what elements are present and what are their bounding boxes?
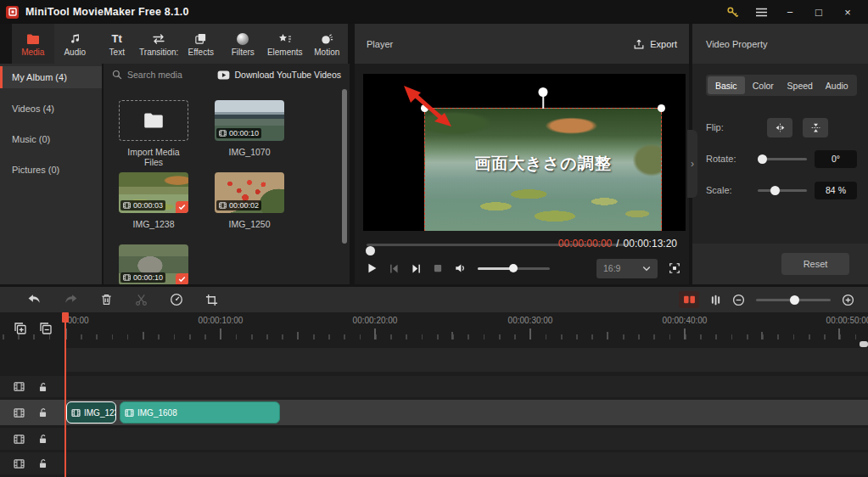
- track-lock-icon[interactable]: [38, 407, 48, 418]
- media-thumbnail[interactable]: 00:00:10: [215, 100, 284, 141]
- fullscreen-button[interactable]: [669, 262, 680, 274]
- aspect-ratio-dropdown[interactable]: 16:9: [596, 259, 658, 278]
- tab-audio[interactable]: Audio: [819, 76, 856, 94]
- maximize-button[interactable]: □: [807, 3, 831, 21]
- zoom-handle[interactable]: [790, 295, 799, 305]
- scale-handle-knob[interactable]: [770, 186, 780, 195]
- download-youtube-button[interactable]: Download YouTube Videos: [217, 70, 341, 80]
- sidebar-item-videos[interactable]: Videos (4): [0, 98, 102, 119]
- track-lock-icon[interactable]: [38, 382, 48, 392]
- timeline-clip[interactable]: IMG_1608: [120, 401, 280, 424]
- sidebar-item-music[interactable]: Music (0): [0, 128, 102, 149]
- stop-button[interactable]: [433, 263, 443, 273]
- tab-elements[interactable]: Elements: [264, 24, 306, 64]
- zoom-out-button[interactable]: [732, 294, 745, 306]
- import-box[interactable]: [119, 100, 188, 141]
- track-row[interactable]: [0, 452, 868, 474]
- undo-button[interactable]: [27, 294, 42, 306]
- flip-horizontal-button[interactable]: [767, 118, 792, 137]
- sidebar-item-pictures[interactable]: Pictures (0): [0, 159, 102, 180]
- export-button[interactable]: Export: [633, 38, 677, 50]
- music-note-icon: [69, 31, 81, 45]
- ruler-label: 00:00:30:00: [508, 316, 553, 325]
- tab-motion[interactable]: Motion: [306, 24, 349, 64]
- tab-filters[interactable]: Filters: [222, 24, 265, 64]
- tab-media[interactable]: Media: [12, 24, 54, 64]
- playhead-cap[interactable]: [62, 312, 69, 323]
- preview-clip[interactable]: 画面大きさの調整: [424, 108, 662, 231]
- selected-check-icon: [176, 273, 188, 284]
- sidebar-item-my-album[interactable]: My Album (4): [0, 66, 102, 88]
- redo-button[interactable]: [64, 294, 78, 306]
- tab-audio[interactable]: Audio: [54, 24, 97, 64]
- export-label: Export: [650, 39, 677, 49]
- flip-vertical-button[interactable]: [803, 118, 828, 137]
- reset-button[interactable]: Reset: [781, 253, 849, 275]
- track-row[interactable]: [0, 428, 868, 450]
- track-row-video[interactable]: IMG_123 IMG_1608: [0, 400, 868, 425]
- media-folder-icon: [26, 31, 40, 45]
- tab-color[interactable]: Color: [745, 76, 782, 94]
- resize-handle-top-right[interactable]: [658, 104, 665, 112]
- media-thumbnail[interactable]: 00:00:03: [119, 172, 188, 213]
- tab-basic[interactable]: Basic: [708, 76, 745, 94]
- track-height-button[interactable]: [710, 294, 721, 306]
- chevron-right-icon: ›: [691, 158, 694, 170]
- download-label: Download YouTube Videos: [234, 70, 341, 80]
- previous-frame-button[interactable]: [389, 263, 400, 274]
- crop-button[interactable]: [205, 294, 218, 306]
- scale-value[interactable]: 84 %: [815, 182, 857, 199]
- media-thumbnail[interactable]: 00:00:02: [215, 172, 284, 213]
- timeline-toolbar: [0, 287, 868, 312]
- track-lock-icon[interactable]: [38, 458, 48, 469]
- close-button[interactable]: ×: [836, 3, 860, 21]
- play-button[interactable]: [367, 262, 378, 274]
- delete-button[interactable]: [100, 293, 113, 306]
- horizontal-scrollbar[interactable]: [860, 341, 868, 347]
- rotate-handle-knob[interactable]: [758, 154, 767, 164]
- ruler-ticks[interactable]: [0, 328, 868, 341]
- filmstrip-icon: [125, 409, 134, 417]
- media-item[interactable]: 00:00:03 IMG_1238: [119, 172, 188, 229]
- tab-text[interactable]: Tt Text: [96, 24, 138, 64]
- license-key-icon[interactable]: [720, 3, 744, 21]
- track-row[interactable]: [0, 376, 868, 397]
- volume-slider[interactable]: [478, 263, 550, 273]
- menu-icon[interactable]: [749, 3, 773, 21]
- progress-handle[interactable]: [366, 246, 375, 255]
- volume-handle[interactable]: [509, 264, 518, 272]
- app-window: MiniTool MovieMaker Free 8.1.0 − □ × Med…: [0, 0, 868, 477]
- media-item[interactable]: 00:00:10 IMG_1070: [215, 100, 284, 157]
- media-thumbnail[interactable]: 00:00:10: [119, 244, 188, 284]
- import-media-tile[interactable]: Import Media Files: [119, 100, 188, 167]
- volume-icon[interactable]: [454, 262, 467, 274]
- media-item[interactable]: 00:00:10: [119, 244, 188, 284]
- filters-ball-icon: [237, 31, 249, 45]
- preview-stage[interactable]: 画面大きさの調整: [363, 74, 686, 231]
- tab-label: Audio: [64, 48, 86, 57]
- rotate-slider[interactable]: [758, 154, 807, 164]
- next-frame-button[interactable]: [411, 263, 422, 274]
- track-lock-icon[interactable]: [38, 434, 48, 444]
- playhead[interactable]: [64, 312, 66, 477]
- speed-button[interactable]: [170, 293, 183, 306]
- fit-timeline-toggle[interactable]: [679, 291, 699, 308]
- zoom-in-button[interactable]: [842, 294, 854, 306]
- tab-transition[interactable]: Transition:: [138, 24, 181, 64]
- rotate-value[interactable]: 0°: [815, 150, 857, 168]
- minimize-button[interactable]: −: [778, 3, 802, 21]
- tab-speed[interactable]: Speed: [781, 76, 819, 94]
- property-title: Video Property: [706, 39, 768, 49]
- timeline-clip-selected[interactable]: IMG_123: [66, 401, 116, 424]
- panel-collapse-handle[interactable]: ›: [687, 130, 697, 198]
- media-item[interactable]: 00:00:02 IMG_1250: [215, 172, 284, 229]
- tab-effects[interactable]: Effects: [180, 24, 222, 64]
- rotate-handle[interactable]: [539, 87, 548, 97]
- time-separator: /: [616, 238, 619, 250]
- media-scrollbar[interactable]: [342, 89, 347, 244]
- split-scissors-button[interactable]: [135, 294, 148, 306]
- timeline-zoom-slider[interactable]: [756, 295, 831, 305]
- scale-slider[interactable]: [758, 185, 807, 195]
- media-header: Search media Download YouTube Videos: [104, 64, 350, 86]
- search-media[interactable]: Search media: [112, 70, 182, 80]
